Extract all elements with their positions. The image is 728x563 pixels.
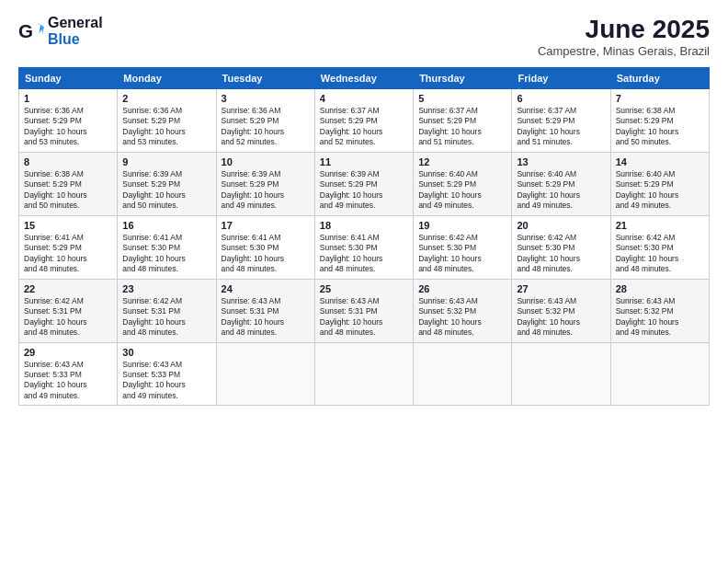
calendar-cell: 3Sunrise: 6:36 AM Sunset: 5:29 PM Daylig…: [216, 89, 314, 153]
day-number: 23: [122, 283, 210, 294]
day-number: 19: [418, 220, 506, 231]
day-info: Sunrise: 6:37 AM Sunset: 5:29 PM Dayligh…: [517, 106, 605, 148]
calendar-cell: 30Sunrise: 6:43 AM Sunset: 5:33 PM Dayli…: [118, 342, 216, 406]
calendar-cell: [216, 342, 314, 406]
calendar-cell: 4Sunrise: 6:37 AM Sunset: 5:29 PM Daylig…: [314, 89, 413, 153]
day-info: Sunrise: 6:41 AM Sunset: 5:30 PM Dayligh…: [122, 233, 210, 275]
calendar-cell: 28Sunrise: 6:43 AM Sunset: 5:32 PM Dayli…: [610, 279, 709, 342]
day-info: Sunrise: 6:43 AM Sunset: 5:33 PM Dayligh…: [122, 360, 210, 402]
calendar-cell: 15Sunrise: 6:41 AM Sunset: 5:29 PM Dayli…: [19, 215, 118, 279]
day-number: 24: [222, 283, 310, 294]
col-saturday: Saturday: [610, 68, 709, 89]
day-info: Sunrise: 6:39 AM Sunset: 5:29 PM Dayligh…: [320, 169, 408, 212]
day-info: Sunrise: 6:42 AM Sunset: 5:31 PM Dayligh…: [122, 296, 210, 339]
day-number: 6: [517, 93, 605, 104]
calendar-cell: 2Sunrise: 6:36 AM Sunset: 5:29 PM Daylig…: [118, 89, 216, 153]
day-number: 30: [122, 347, 210, 358]
day-info: Sunrise: 6:38 AM Sunset: 5:29 PM Dayligh…: [24, 169, 112, 212]
page-header: G General Blue June 2025 Campestre, Mina…: [18, 15, 710, 58]
calendar-cell: 24Sunrise: 6:43 AM Sunset: 5:31 PM Dayli…: [216, 279, 314, 342]
day-info: Sunrise: 6:43 AM Sunset: 5:32 PM Dayligh…: [517, 296, 605, 339]
day-number: 13: [517, 156, 605, 167]
day-info: Sunrise: 6:43 AM Sunset: 5:31 PM Dayligh…: [222, 296, 310, 339]
calendar-cell: 1Sunrise: 6:36 AM Sunset: 5:29 PM Daylig…: [19, 89, 118, 153]
calendar-week-1: 1Sunrise: 6:36 AM Sunset: 5:29 PM Daylig…: [19, 89, 710, 153]
calendar-cell: [610, 342, 709, 406]
day-number: 28: [616, 283, 704, 294]
day-info: Sunrise: 6:43 AM Sunset: 5:32 PM Dayligh…: [418, 296, 506, 339]
day-info: Sunrise: 6:43 AM Sunset: 5:33 PM Dayligh…: [24, 360, 112, 402]
location-subtitle: Campestre, Minas Gerais, Brazil: [538, 44, 710, 58]
day-info: Sunrise: 6:36 AM Sunset: 5:29 PM Dayligh…: [222, 106, 310, 148]
day-info: Sunrise: 6:37 AM Sunset: 5:29 PM Dayligh…: [418, 106, 506, 148]
day-number: 26: [418, 283, 506, 294]
calendar-cell: 23Sunrise: 6:42 AM Sunset: 5:31 PM Dayli…: [118, 279, 216, 342]
day-number: 21: [616, 220, 704, 231]
calendar-cell: 10Sunrise: 6:39 AM Sunset: 5:29 PM Dayli…: [216, 152, 314, 215]
svg-marker-2: [39, 23, 44, 33]
col-tuesday: Tuesday: [216, 68, 314, 89]
day-number: 9: [122, 156, 210, 167]
col-wednesday: Wednesday: [314, 68, 413, 89]
logo: G General Blue: [18, 15, 103, 47]
day-info: Sunrise: 6:42 AM Sunset: 5:31 PM Dayligh…: [24, 296, 112, 339]
title-block: June 2025 Campestre, Minas Gerais, Brazi…: [538, 15, 710, 58]
calendar-cell: 26Sunrise: 6:43 AM Sunset: 5:32 PM Dayli…: [414, 279, 512, 342]
day-number: 20: [517, 220, 605, 231]
day-info: Sunrise: 6:40 AM Sunset: 5:29 PM Dayligh…: [616, 169, 704, 212]
calendar-cell: [414, 342, 512, 406]
calendar-cell: 11Sunrise: 6:39 AM Sunset: 5:29 PM Dayli…: [314, 152, 413, 215]
day-info: Sunrise: 6:36 AM Sunset: 5:29 PM Dayligh…: [24, 106, 112, 148]
day-number: 15: [24, 220, 112, 231]
calendar-header-row: Sunday Monday Tuesday Wednesday Thursday…: [19, 68, 710, 89]
day-number: 12: [418, 156, 506, 167]
col-monday: Monday: [118, 68, 216, 89]
day-info: Sunrise: 6:39 AM Sunset: 5:29 PM Dayligh…: [122, 169, 210, 212]
calendar-cell: 9Sunrise: 6:39 AM Sunset: 5:29 PM Daylig…: [118, 152, 216, 215]
day-info: Sunrise: 6:41 AM Sunset: 5:29 PM Dayligh…: [24, 233, 112, 275]
day-number: 29: [24, 347, 112, 358]
calendar-cell: [314, 342, 413, 406]
day-info: Sunrise: 6:42 AM Sunset: 5:30 PM Dayligh…: [517, 233, 605, 275]
day-number: 3: [222, 93, 310, 104]
day-number: 11: [320, 156, 408, 167]
day-info: Sunrise: 6:37 AM Sunset: 5:29 PM Dayligh…: [320, 106, 408, 148]
day-info: Sunrise: 6:43 AM Sunset: 5:31 PM Dayligh…: [320, 296, 408, 339]
calendar-cell: 18Sunrise: 6:41 AM Sunset: 5:30 PM Dayli…: [314, 215, 413, 279]
day-info: Sunrise: 6:40 AM Sunset: 5:29 PM Dayligh…: [418, 169, 506, 212]
col-sunday: Sunday: [19, 68, 118, 89]
calendar-cell: 7Sunrise: 6:38 AM Sunset: 5:29 PM Daylig…: [610, 89, 709, 153]
calendar-week-4: 22Sunrise: 6:42 AM Sunset: 5:31 PM Dayli…: [19, 279, 710, 342]
calendar-cell: [512, 342, 610, 406]
day-info: Sunrise: 6:43 AM Sunset: 5:32 PM Dayligh…: [616, 296, 704, 339]
calendar-cell: 19Sunrise: 6:42 AM Sunset: 5:30 PM Dayli…: [414, 215, 512, 279]
day-number: 25: [320, 283, 408, 294]
day-info: Sunrise: 6:42 AM Sunset: 5:30 PM Dayligh…: [418, 233, 506, 275]
calendar-cell: 6Sunrise: 6:37 AM Sunset: 5:29 PM Daylig…: [512, 89, 610, 153]
svg-text:G: G: [18, 19, 33, 40]
calendar-week-5: 29Sunrise: 6:43 AM Sunset: 5:33 PM Dayli…: [19, 342, 710, 406]
calendar-cell: 20Sunrise: 6:42 AM Sunset: 5:30 PM Dayli…: [512, 215, 610, 279]
calendar-cell: 16Sunrise: 6:41 AM Sunset: 5:30 PM Dayli…: [118, 215, 216, 279]
day-number: 1: [24, 93, 112, 104]
day-number: 7: [616, 93, 704, 104]
col-thursday: Thursday: [414, 68, 512, 89]
day-number: 16: [122, 220, 210, 231]
calendar-cell: 12Sunrise: 6:40 AM Sunset: 5:29 PM Dayli…: [414, 152, 512, 215]
day-info: Sunrise: 6:39 AM Sunset: 5:29 PM Dayligh…: [222, 169, 310, 212]
day-number: 18: [320, 220, 408, 231]
day-info: Sunrise: 6:41 AM Sunset: 5:30 PM Dayligh…: [320, 233, 408, 275]
calendar-week-2: 8Sunrise: 6:38 AM Sunset: 5:29 PM Daylig…: [19, 152, 710, 215]
day-number: 27: [517, 283, 605, 294]
calendar-cell: 29Sunrise: 6:43 AM Sunset: 5:33 PM Dayli…: [19, 342, 118, 406]
calendar-cell: 13Sunrise: 6:40 AM Sunset: 5:29 PM Dayli…: [512, 152, 610, 215]
day-number: 22: [24, 283, 112, 294]
logo-icon: G: [18, 18, 44, 44]
day-info: Sunrise: 6:38 AM Sunset: 5:29 PM Dayligh…: [616, 106, 704, 148]
calendar-cell: 5Sunrise: 6:37 AM Sunset: 5:29 PM Daylig…: [414, 89, 512, 153]
calendar-cell: 22Sunrise: 6:42 AM Sunset: 5:31 PM Dayli…: [19, 279, 118, 342]
calendar-cell: 8Sunrise: 6:38 AM Sunset: 5:29 PM Daylig…: [19, 152, 118, 215]
calendar-week-3: 15Sunrise: 6:41 AM Sunset: 5:29 PM Dayli…: [19, 215, 710, 279]
calendar-cell: 25Sunrise: 6:43 AM Sunset: 5:31 PM Dayli…: [314, 279, 413, 342]
calendar-cell: 14Sunrise: 6:40 AM Sunset: 5:29 PM Dayli…: [610, 152, 709, 215]
